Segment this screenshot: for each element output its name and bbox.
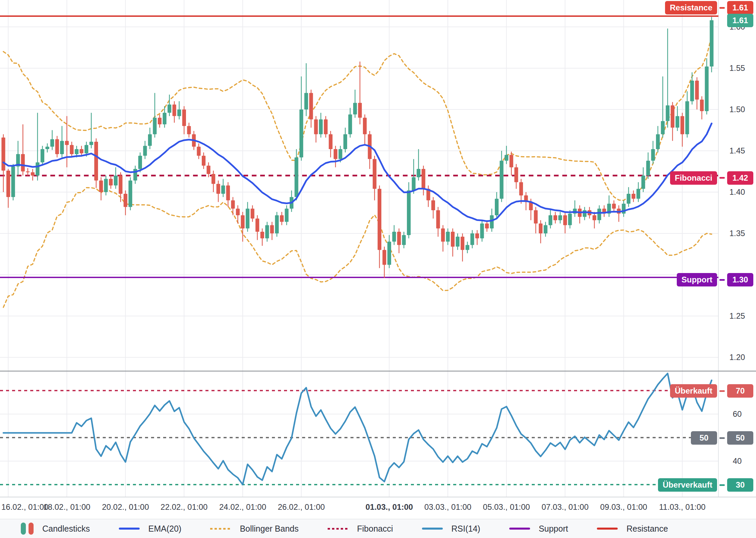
current-price-badge: 1.61 [727,14,753,27]
rsi-midline-dash [719,437,725,439]
fibonacci-value: 1.42 [727,171,753,185]
ema-line-icon [119,528,140,530]
legend-item-bollinger[interactable]: Bollinger Bands [210,524,298,534]
svg-text:1.40: 1.40 [729,187,745,196]
legend-label: Support [539,524,568,534]
rsi-midline-badge[interactable]: 50 50 [691,431,753,445]
svg-text:1.25: 1.25 [729,311,745,320]
svg-text:1.55: 1.55 [729,63,745,73]
support-badge[interactable]: Support 1.30 [677,273,753,286]
legend-item-ema[interactable]: EMA(20) [119,524,182,534]
resistance-label: Resistance [665,1,717,14]
svg-text:1.35: 1.35 [729,229,745,238]
rsi-midline-label: 50 [691,431,717,445]
overbought-dash [719,390,725,392]
svg-text:01.03., 01:00: 01.03., 01:00 [366,502,413,511]
resistance-badge[interactable]: Resistance 1.61 [665,1,753,14]
rsi-midline-value: 50 [727,431,753,445]
legend-label: RSI(14) [452,524,480,534]
legend-item-support[interactable]: Support [509,524,568,534]
svg-text:1.20: 1.20 [729,353,745,362]
svg-text:40: 40 [733,456,742,465]
trading-chart-app: 1.601.551.501.451.401.351.251.20604016.0… [0,0,756,538]
legend-bar: Candlesticks EMA(20) Bollinger Bands Fib… [0,519,756,538]
fibonacci-label: Fibonacci [670,171,717,185]
svg-text:22.02., 01:00: 22.02., 01:00 [160,502,207,511]
candlesticks-icon [21,523,34,535]
svg-text:05.03., 01:00: 05.03., 01:00 [483,502,530,511]
rsi-line-icon [422,528,443,530]
svg-text:24.02., 01:00: 24.02., 01:00 [219,502,266,511]
svg-text:09.03., 01:00: 09.03., 01:00 [600,502,647,511]
legend-item-fibonacci[interactable]: Fibonacci [328,524,393,534]
legend-label: Fibonacci [357,524,393,534]
svg-text:26.02., 01:00: 26.02., 01:00 [278,502,325,511]
resistance-value: 1.61 [727,1,753,14]
svg-text:03.03., 01:00: 03.03., 01:00 [424,502,471,511]
resistance-dash [719,7,725,9]
legend-item-candlesticks[interactable]: Candlesticks [21,523,90,535]
svg-text:1.50: 1.50 [729,105,745,114]
fibonacci-badge[interactable]: Fibonacci 1.42 [670,171,753,185]
oversold-dash [719,484,725,486]
support-value: 1.30 [727,273,753,286]
svg-text:60: 60 [733,409,742,418]
oversold-value: 30 [727,478,753,492]
legend-label: Resistance [626,524,668,534]
svg-text:18.02., 01:00: 18.02., 01:00 [43,502,90,511]
svg-text:11.03., 01:00: 11.03., 01:00 [659,502,705,511]
legend-label: Candlesticks [42,524,90,534]
fibonacci-dash [719,177,725,179]
fibonacci-dotted-icon [328,528,348,530]
svg-text:07.03., 01:00: 07.03., 01:00 [541,502,588,511]
price-chart[interactable]: 1.601.551.501.451.401.351.251.20604016.0… [0,0,756,519]
svg-text:1.45: 1.45 [729,146,745,155]
support-line-icon [509,528,530,530]
support-dash [719,279,725,281]
resistance-line-icon [597,528,618,530]
overbought-label: Überkauft [670,384,717,398]
current-price-value: 1.61 [727,14,753,27]
bollinger-dotted-icon [210,528,231,530]
legend-item-resistance[interactable]: Resistance [597,524,668,534]
overbought-value: 70 [727,384,753,398]
support-label: Support [677,273,717,286]
svg-text:20.02., 01:00: 20.02., 01:00 [102,502,149,511]
oversold-label: Überverkauft [658,478,717,492]
legend-item-rsi[interactable]: RSI(14) [422,524,480,534]
svg-text:16.02., 01:00: 16.02., 01:00 [1,502,48,511]
overbought-badge[interactable]: Überkauft 70 [670,384,753,398]
legend-label: EMA(20) [148,524,182,534]
oversold-badge[interactable]: Überverkauft 30 [658,478,753,492]
legend-label: Bollinger Bands [240,524,298,534]
